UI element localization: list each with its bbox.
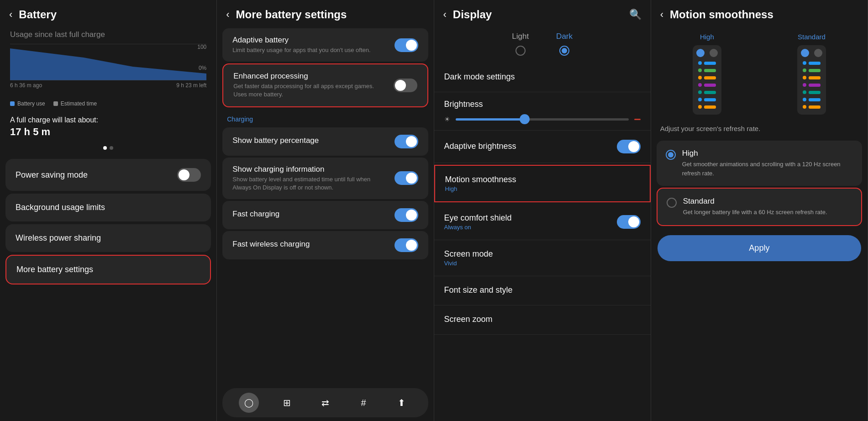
enhanced-processing-item[interactable]: Enhanced processing Get faster data proc… — [222, 63, 428, 107]
dot-1 — [103, 146, 107, 150]
standard-option-text: Standard Get longer battery life with a … — [683, 197, 827, 217]
legend-label-battery: Battery use — [17, 100, 45, 107]
motion-smoothness-panel: ‹ Motion smoothness High — [651, 0, 868, 421]
fast-wireless-knob — [406, 240, 417, 251]
std-row-5 — [801, 89, 822, 95]
show-percentage-item[interactable]: Show battery percentage — [222, 127, 428, 156]
battery-content: Usage since last full charge 100 0% 6 h … — [0, 26, 216, 421]
show-charging-info-toggle[interactable] — [395, 171, 418, 185]
apply-button[interactable]: Apply — [658, 235, 861, 261]
standard-option[interactable]: Standard Get longer battery life with a … — [657, 188, 862, 226]
display-header: ‹ Display 🔍 — [434, 0, 651, 26]
screen-zoom-item[interactable]: Screen zoom — [434, 305, 651, 335]
brightness-fill — [456, 118, 525, 121]
standard-radio[interactable] — [667, 198, 677, 208]
show-charging-info-item[interactable]: Show charging information Show battery l… — [222, 158, 428, 199]
preview-dot-5 — [698, 90, 702, 94]
battery-chart-svg — [10, 44, 206, 80]
high-preview-label: High — [700, 33, 714, 42]
theme-light-radio[interactable] — [516, 46, 526, 56]
std-line-6 — [809, 98, 821, 101]
std-preview-header — [801, 49, 822, 57]
nav-recent-icon[interactable]: ⊞ — [277, 393, 297, 413]
preview-dot-7 — [698, 105, 702, 109]
preview-row-4 — [696, 82, 718, 88]
display-title: Display — [453, 8, 623, 21]
usage-title: Usage since last full charge — [0, 26, 216, 44]
preview-dot-6 — [698, 98, 702, 101]
adaptive-brightness-item[interactable]: Adaptive brightness — [434, 131, 651, 163]
full-charge-value: 17 h 5 m — [0, 126, 216, 143]
std-dot-6 — [803, 98, 806, 101]
battery-back-button[interactable]: ‹ — [9, 10, 12, 20]
screen-mode-item[interactable]: Screen mode Vivid — [434, 240, 651, 276]
brightness-slider: ☀ — [444, 116, 641, 123]
fast-wireless-toggle[interactable] — [395, 238, 418, 252]
power-saving-toggle[interactable] — [177, 168, 201, 182]
eye-comfort-item[interactable]: Eye comfort shield Always on — [434, 204, 651, 240]
brightness-thumb[interactable] — [520, 114, 530, 124]
power-saving-label: Power saving mode — [16, 170, 88, 180]
fast-wireless-item[interactable]: Fast wireless charging — [222, 231, 428, 259]
chart-legend: Battery use Estimated time — [0, 99, 216, 111]
preview-line-7 — [704, 105, 716, 109]
theme-dark[interactable]: Dark — [556, 32, 573, 56]
adaptive-battery-toggle[interactable] — [395, 38, 418, 52]
battery-panel: ‹ Battery Usage since last full charge 1… — [0, 0, 217, 421]
legend-dot-battery — [10, 101, 15, 106]
theme-light-label: Light — [512, 32, 529, 41]
std-line-4 — [809, 84, 821, 87]
eye-comfort-toggle[interactable] — [617, 215, 641, 229]
background-usage-item[interactable]: Background usage limits — [5, 194, 211, 221]
high-radio[interactable] — [666, 150, 676, 160]
refresh-description: Adjust your screen's refresh rate. — [651, 122, 868, 139]
nav-screenshot-icon[interactable]: ⇄ — [315, 393, 335, 413]
motion-smoothness-item[interactable]: Motion smoothness High — [434, 165, 651, 202]
theme-dark-label: Dark — [556, 32, 573, 41]
preview-row-1 — [696, 60, 718, 66]
dark-mode-settings-item[interactable]: Dark mode settings — [434, 63, 651, 92]
adaptive-battery-item[interactable]: Adaptive battery Limit battery usage for… — [222, 28, 428, 62]
high-preview-phone — [693, 45, 721, 115]
power-saving-item[interactable]: Power saving mode — [5, 159, 211, 191]
chart-zero-label: 0% — [199, 65, 206, 71]
nav-share-icon[interactable]: ⬆ — [392, 393, 412, 413]
display-search-icon[interactable]: 🔍 — [629, 9, 642, 21]
wireless-power-item[interactable]: Wireless power sharing — [5, 224, 211, 252]
theme-light[interactable]: Light — [512, 32, 529, 56]
motion-smoothness-back[interactable]: ‹ — [660, 10, 663, 20]
enhanced-processing-text: Enhanced processing Get faster data proc… — [233, 72, 393, 99]
adaptive-brightness-toggle[interactable] — [617, 140, 641, 153]
std-line-5 — [809, 91, 821, 94]
brightness-track[interactable] — [456, 118, 629, 121]
preview-icon — [710, 49, 718, 57]
preview-row-3 — [696, 74, 718, 81]
standard-preview-inner — [797, 45, 826, 115]
motion-smoothness-text: Motion smoothness High — [445, 175, 516, 192]
show-percentage-toggle[interactable] — [395, 135, 418, 148]
legend-label-estimated: Estimated time — [61, 100, 97, 107]
adaptive-battery-subtitle: Limit battery usage for apps that you do… — [232, 46, 388, 54]
more-battery-item[interactable]: More battery settings — [5, 255, 211, 284]
display-back[interactable]: ‹ — [443, 10, 447, 20]
font-size-item[interactable]: Font size and style — [434, 276, 651, 305]
enhanced-processing-toggle[interactable] — [394, 79, 417, 92]
fast-charging-item[interactable]: Fast charging — [222, 201, 428, 229]
std-row-7 — [801, 104, 822, 110]
fast-charging-title: Fast charging — [232, 210, 388, 219]
theme-dark-radio[interactable] — [559, 46, 569, 56]
more-battery-back[interactable]: ‹ — [226, 10, 229, 20]
screen-mode-subtitle: Vivid — [444, 260, 493, 267]
preview-row-2 — [696, 67, 718, 74]
std-dot-3 — [803, 76, 806, 79]
nav-back-icon[interactable]: ◯ — [239, 393, 259, 413]
show-charging-info-title: Show charging information — [232, 165, 388, 174]
more-battery-header: ‹ More battery settings — [217, 0, 433, 26]
fast-charging-toggle[interactable] — [395, 208, 418, 222]
adaptive-brightness-title: Adaptive brightness — [444, 142, 516, 151]
nav-hashtag-icon[interactable]: # — [353, 393, 374, 413]
preview-dot-3 — [698, 76, 702, 79]
preview-avatar — [696, 49, 705, 57]
std-line-1 — [809, 62, 821, 65]
high-option[interactable]: High Get smoother animations and scrolli… — [657, 141, 862, 186]
